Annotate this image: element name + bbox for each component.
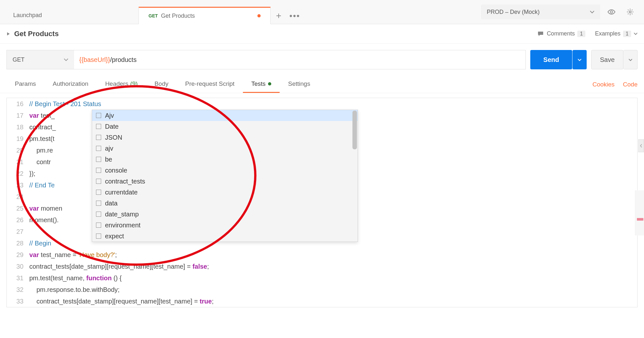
top-bar: Launchpad GET Get Products ••• PROD – De…	[0, 0, 644, 24]
minimap[interactable]	[635, 190, 644, 235]
code-link[interactable]: Code	[623, 81, 638, 88]
autocomplete-label: Date	[105, 123, 119, 130]
autocomplete-kind-icon	[96, 124, 101, 129]
autocomplete-label: date_stamp	[105, 211, 139, 218]
code-line[interactable]: 31pm.test(test_name, function () {	[7, 272, 637, 284]
code-content: // Begin Test - 201 Status	[29, 98, 101, 110]
subtab-prerequest[interactable]: Pre-request Script	[177, 76, 243, 93]
subtab-tests[interactable]: Tests	[243, 76, 280, 93]
new-tab-button[interactable]	[271, 8, 287, 24]
tab-label: Get Products	[161, 13, 195, 19]
line-number: 20	[7, 144, 29, 156]
autocomplete-item[interactable]: Ajv	[92, 110, 358, 121]
tab-launchpad[interactable]: Launchpad	[3, 6, 139, 24]
environment-selector[interactable]: PROD – Dev (Mock)	[481, 5, 600, 19]
autocomplete-item[interactable]: currentdate	[92, 187, 358, 198]
autocomplete-item[interactable]: data	[92, 198, 358, 209]
code-content: // End Te	[29, 179, 55, 191]
tab-overflow-button[interactable]: •••	[287, 8, 303, 24]
code-line[interactable]: 16// Begin Test - 201 Status	[7, 98, 637, 110]
line-number: 16	[7, 98, 29, 110]
autocomplete-label: ajv	[105, 145, 113, 152]
line-number: 28	[7, 237, 29, 249]
environment-label: PROD – Dev (Mock)	[487, 9, 540, 15]
autocomplete-label: JSON	[105, 134, 122, 141]
autocomplete-item[interactable]: expect	[92, 231, 358, 242]
line-number: 33	[7, 295, 29, 307]
url-input[interactable]: {{baseUrl}}/products	[74, 50, 526, 69]
url-variable: {{baseUrl}}	[79, 56, 110, 64]
request-title-row: Get Products Comments 1 Examples 1	[0, 24, 644, 44]
code-content: pm.response.to.be.withBody;	[29, 284, 120, 295]
minimap-marker	[637, 218, 643, 221]
eye-icon	[607, 9, 616, 15]
send-dropdown-button[interactable]	[572, 50, 587, 69]
side-collapse-button[interactable]	[638, 139, 644, 152]
autocomplete-scrollbar[interactable]	[352, 111, 357, 149]
subtab-params[interactable]: Params	[6, 76, 44, 93]
tests-indicator-icon	[268, 82, 271, 85]
autocomplete-kind-icon	[96, 201, 101, 206]
autocomplete-kind-icon	[96, 113, 101, 118]
autocomplete-item[interactable]: ajv	[92, 143, 358, 154]
line-number: 19	[7, 133, 29, 144]
save-label: Save	[600, 56, 615, 64]
line-number: 29	[7, 249, 29, 261]
line-number: 26	[7, 214, 29, 226]
code-content: contract_tests[date_stamp][request_name]…	[29, 295, 214, 307]
collapse-triangle-icon[interactable]	[6, 32, 10, 36]
line-number: 31	[7, 272, 29, 284]
code-content: pm.test(t	[29, 133, 54, 144]
code-line[interactable]: 33 contract_tests[date_stamp][request_na…	[7, 295, 637, 307]
code-content: var momen	[29, 203, 62, 214]
chevron-left-icon	[640, 144, 642, 148]
tab-get-products[interactable]: GET Get Products	[139, 7, 271, 24]
gear-icon	[626, 8, 634, 16]
comments-count: 1	[577, 31, 585, 37]
subtab-headers[interactable]: Headers(9)	[97, 76, 146, 93]
send-button[interactable]: Send	[530, 50, 572, 69]
environment-area: PROD – Dev (Mock)	[475, 0, 644, 24]
autocomplete-item[interactable]: contract_tests	[92, 176, 358, 187]
code-content: contract_	[29, 121, 56, 133]
svg-point-0	[610, 11, 613, 13]
environment-preview-button[interactable]	[604, 5, 619, 19]
code-content: contract_tests[date_stamp][request_name]…	[29, 261, 209, 272]
examples-button[interactable]: Examples 1	[595, 30, 638, 37]
autocomplete-kind-icon	[96, 168, 101, 173]
save-button[interactable]: Save	[591, 50, 623, 69]
method-selector[interactable]: GET	[6, 50, 74, 69]
settings-button[interactable]	[623, 5, 638, 19]
comment-icon	[537, 31, 544, 37]
code-line[interactable]: 29var test_name = 'Have body?';	[7, 249, 637, 261]
comments-label: Comments	[547, 30, 575, 37]
line-number: 21	[7, 156, 29, 168]
request-title: Get Products	[14, 30, 527, 38]
autocomplete-item[interactable]: Date	[92, 121, 358, 132]
comments-button[interactable]: Comments 1	[537, 30, 585, 37]
subtab-settings[interactable]: Settings	[280, 76, 319, 93]
code-line[interactable]: 30contract_tests[date_stamp][request_nam…	[7, 261, 637, 272]
line-number: 32	[7, 284, 29, 295]
autocomplete-kind-icon	[96, 234, 101, 239]
autocomplete-item[interactable]: console	[92, 165, 358, 176]
autocomplete-item[interactable]: JSON	[92, 132, 358, 143]
subtab-authorization[interactable]: Authorization	[44, 76, 97, 93]
cookies-link[interactable]: Cookies	[592, 81, 615, 88]
autocomplete-item[interactable]: environment	[92, 220, 358, 231]
subtab-body[interactable]: Body	[146, 76, 177, 93]
autocomplete-kind-icon	[96, 190, 101, 195]
line-number: 30	[7, 261, 29, 272]
url-row: GET {{baseUrl}}/products Send Save	[0, 44, 644, 76]
autocomplete-kind-icon	[96, 157, 101, 162]
autocomplete-label: console	[105, 167, 127, 174]
code-content: moment().	[29, 214, 59, 226]
tabs-area: Launchpad GET Get Products •••	[0, 0, 475, 24]
save-dropdown-button[interactable]	[623, 50, 638, 69]
autocomplete-item[interactable]: date_stamp	[92, 209, 358, 220]
code-line[interactable]: 32 pm.response.to.be.withBody;	[7, 284, 637, 295]
autocomplete-item[interactable]: be	[92, 154, 358, 165]
autocomplete-label: environment	[105, 222, 140, 229]
autocomplete-popup: AjvDateJSONajvbeconsolecontract_testscur…	[92, 110, 358, 242]
line-number: 18	[7, 121, 29, 133]
